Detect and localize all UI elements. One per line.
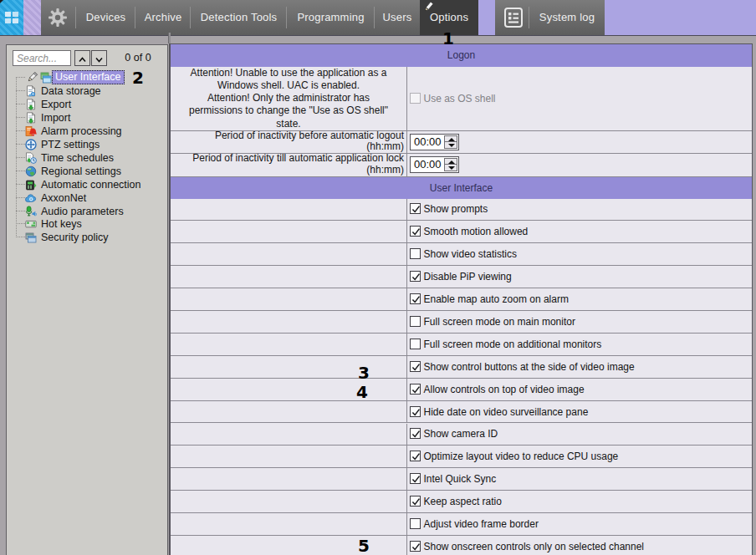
checkbox-checked[interactable] bbox=[410, 293, 421, 304]
system-log-button[interactable]: System log bbox=[495, 0, 605, 35]
empty-cell bbox=[171, 446, 406, 467]
checkbox-checked[interactable] bbox=[410, 541, 421, 552]
table-row: Intel Quick Sync bbox=[171, 468, 752, 491]
time-spinbox[interactable]: 00:00 bbox=[410, 134, 459, 150]
tree-branch-line bbox=[16, 77, 25, 78]
value-cell: Show control buttons at the side of vide… bbox=[406, 356, 752, 378]
checkbox-label: Intel Quick Sync bbox=[424, 473, 497, 485]
settings-tree: User Interface Data storage Export Impor… bbox=[7, 45, 167, 555]
table-row: Show onscreen controls only on selected … bbox=[171, 536, 752, 555]
tree-branch-line bbox=[16, 237, 25, 237]
apps-launcher-button[interactable] bbox=[0, 0, 23, 35]
schedule-icon bbox=[25, 152, 37, 164]
table-row: Show camera ID bbox=[171, 424, 752, 446]
splitter-handle[interactable] bbox=[168, 33, 171, 43]
tree-item-alarm-processing[interactable]: Alarm processing bbox=[7, 125, 167, 138]
checkbox-checked[interactable] bbox=[410, 361, 421, 372]
value-cell: Use as OS shell bbox=[406, 67, 752, 130]
tree-branch-line bbox=[16, 171, 25, 171]
spin-down-button[interactable] bbox=[444, 142, 457, 149]
system-log-icon bbox=[504, 8, 523, 28]
tree-item-label: Automatic connection bbox=[41, 178, 141, 191]
globe-icon bbox=[25, 165, 37, 177]
tab-archive[interactable]: Archive bbox=[135, 0, 191, 35]
tree-item-regional-settings[interactable]: Regional settings bbox=[7, 165, 167, 178]
tree-branch-line bbox=[16, 184, 25, 185]
checkbox-checked[interactable] bbox=[410, 271, 421, 282]
gear-icon[interactable] bbox=[47, 8, 69, 28]
checkmark-icon bbox=[411, 294, 421, 305]
checkmark-icon bbox=[411, 429, 421, 440]
time-spinbox[interactable]: 00:00 bbox=[410, 156, 459, 173]
spinbox-value[interactable]: 00:00 bbox=[414, 135, 442, 150]
tree-item-import[interactable]: Import bbox=[7, 111, 167, 125]
checkbox-unchecked[interactable] bbox=[410, 316, 421, 327]
checkmark-icon bbox=[411, 204, 421, 215]
checkbox-checked[interactable] bbox=[410, 473, 421, 484]
spin-up-button[interactable] bbox=[444, 158, 457, 165]
checkbox-checked[interactable] bbox=[410, 428, 421, 439]
tree-item-time-schedules[interactable]: Time schedules bbox=[7, 151, 167, 165]
checkbox-label: Disable PiP viewing bbox=[424, 271, 512, 283]
edit-pencil-icon bbox=[26, 71, 38, 84]
table-row: Show control buttons at the side of vide… bbox=[171, 356, 752, 379]
tree-item-axxonnet[interactable]: AxxonNet bbox=[7, 191, 167, 205]
checkbox-checked[interactable] bbox=[410, 406, 421, 417]
checkbox-checked[interactable] bbox=[410, 203, 421, 214]
value-cell: Show video statistics bbox=[406, 243, 752, 265]
empty-cell bbox=[171, 491, 406, 512]
checkbox-unchecked[interactable] bbox=[410, 518, 421, 529]
tree-item-audio-parameters[interactable]: Audio parameters bbox=[7, 205, 167, 218]
tree-item-label: Export bbox=[41, 98, 71, 111]
checkbox-label: Show video statistics bbox=[424, 248, 517, 260]
spinbox-buttons bbox=[444, 158, 457, 171]
table-row: Period of inactivity before automatic lo… bbox=[171, 131, 752, 154]
tree-item-hot-keys[interactable]: Hot keys bbox=[7, 217, 167, 231]
checkbox-checked[interactable] bbox=[410, 496, 421, 507]
checkbox-label: Full screen mode on additional monitors bbox=[424, 339, 602, 350]
tree-item-export[interactable]: Export bbox=[7, 98, 167, 111]
tree-item-label: PTZ settings bbox=[41, 138, 100, 151]
table-row: Full screen mode on additional monitors bbox=[171, 334, 752, 356]
checkbox-unchecked[interactable] bbox=[410, 339, 421, 349]
tree-item-ptz-settings[interactable]: PTZ settings bbox=[7, 138, 167, 151]
empty-cell bbox=[171, 401, 406, 423]
value-cell: Disable PiP viewing bbox=[406, 266, 752, 288]
checkbox-checked[interactable] bbox=[410, 451, 421, 461]
value-cell: Intel Quick Sync bbox=[406, 468, 752, 490]
tree-branch-line bbox=[16, 90, 25, 91]
value-cell: Full screen mode on main monitor bbox=[406, 311, 752, 333]
tree-branch-line bbox=[16, 211, 25, 211]
value-cell: Adjust video frame border bbox=[406, 513, 752, 535]
value-cell: 00:00 bbox=[406, 131, 752, 153]
spin-up-button[interactable] bbox=[444, 135, 457, 142]
doc-gear-icon bbox=[25, 85, 37, 97]
tree-branch-line bbox=[16, 117, 25, 118]
apps-grid-icon bbox=[5, 12, 18, 23]
value-cell: 00:00 bbox=[406, 154, 752, 176]
empty-cell bbox=[171, 311, 406, 333]
checkmark-icon bbox=[411, 407, 421, 418]
checkbox-checked[interactable] bbox=[410, 226, 421, 237]
empty-cell bbox=[171, 266, 406, 288]
tab-detection-tools[interactable]: Detection Tools bbox=[191, 0, 287, 35]
tab-users[interactable]: Users bbox=[375, 0, 420, 35]
checkmark-icon bbox=[411, 474, 421, 485]
system-log-label: System log bbox=[529, 0, 605, 35]
checkmark-icon bbox=[411, 451, 421, 462]
checkbox-label: Show control buttons at the side of vide… bbox=[424, 361, 635, 373]
tab-programming[interactable]: Programming bbox=[287, 0, 375, 35]
checkmark-icon bbox=[411, 227, 421, 237]
spin-down-button[interactable] bbox=[444, 165, 457, 171]
tab-devices[interactable]: Devices bbox=[76, 0, 135, 35]
checkbox-checked[interactable] bbox=[410, 384, 421, 395]
section-header-logon: Logon bbox=[171, 44, 752, 67]
checkbox-unchecked[interactable] bbox=[410, 248, 421, 259]
doc-export-icon bbox=[25, 99, 37, 110]
tree-item-automatic-connection[interactable]: Automatic connection bbox=[7, 178, 167, 191]
empty-cell bbox=[171, 513, 406, 535]
spinbox-value[interactable]: 00:00 bbox=[414, 157, 442, 172]
topbar-accent-strip bbox=[23, 0, 41, 35]
checkbox-label: Smooth motion allowed bbox=[424, 226, 529, 237]
tree-item-security-policy[interactable]: Security policy bbox=[7, 231, 167, 244]
